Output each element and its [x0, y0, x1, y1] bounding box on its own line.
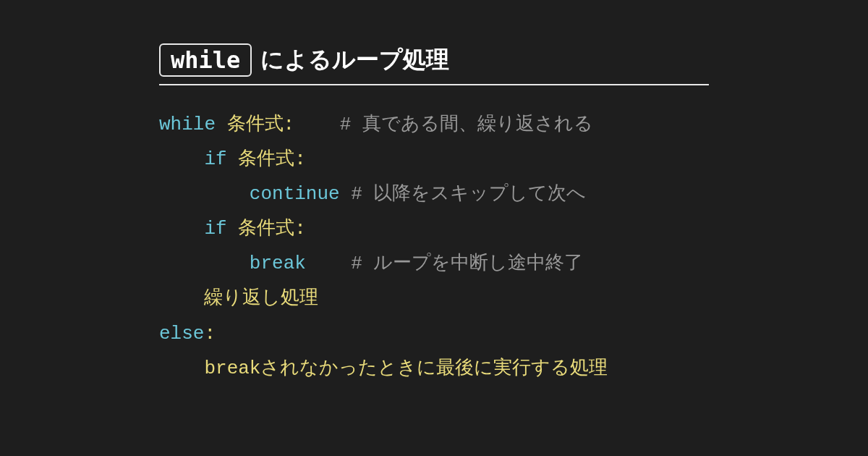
- title-row: while によるループ処理: [159, 43, 709, 77]
- code-text: :: [204, 323, 216, 345]
- keyword-if: if: [204, 148, 226, 170]
- code-line-4: if 条件式:: [159, 218, 306, 240]
- code-text: 繰り返し処理: [204, 287, 318, 309]
- keyword-continue: continue: [250, 183, 340, 205]
- code-text: [340, 183, 352, 205]
- keyword-else: else: [159, 323, 204, 345]
- code-comment: # 以降をスキップして次へ: [351, 183, 586, 205]
- code-text: breakされなかったときに最後に実行する処理: [204, 358, 608, 379]
- title-keyword-box: while: [159, 43, 252, 77]
- keyword-while: while: [159, 114, 216, 135]
- code-line-7: else:: [159, 323, 216, 345]
- keyword-if: if: [204, 218, 226, 240]
- code-line-1: while 条件式: # 真である間、繰り返される: [159, 114, 593, 135]
- title-text: によるループ処理: [260, 44, 449, 76]
- code-indent: [159, 148, 204, 170]
- code-line-3: continue # 以降をスキップして次へ: [159, 183, 586, 205]
- code-text: 条件式:: [216, 114, 340, 135]
- code-block: while 条件式: # 真である間、繰り返される if 条件式: contin…: [159, 107, 709, 386]
- code-indent: [159, 183, 250, 205]
- code-comment: # ループを中断し途中終了: [351, 253, 583, 274]
- code-indent: [159, 358, 204, 379]
- code-indent: [159, 287, 204, 309]
- code-line-5: break # ループを中断し途中終了: [159, 253, 583, 274]
- code-text: 条件式:: [227, 218, 306, 240]
- code-text: [306, 253, 351, 274]
- code-line-2: if 条件式:: [159, 148, 306, 170]
- code-indent: [159, 218, 204, 240]
- code-indent: [159, 253, 250, 274]
- code-comment: # 真である間、繰り返される: [340, 114, 593, 135]
- keyword-break: break: [250, 253, 306, 274]
- code-line-8: breakされなかったときに最後に実行する処理: [159, 358, 608, 379]
- title-divider: [159, 84, 709, 85]
- code-line-6: 繰り返し処理: [159, 287, 318, 309]
- code-text: 条件式:: [227, 148, 306, 170]
